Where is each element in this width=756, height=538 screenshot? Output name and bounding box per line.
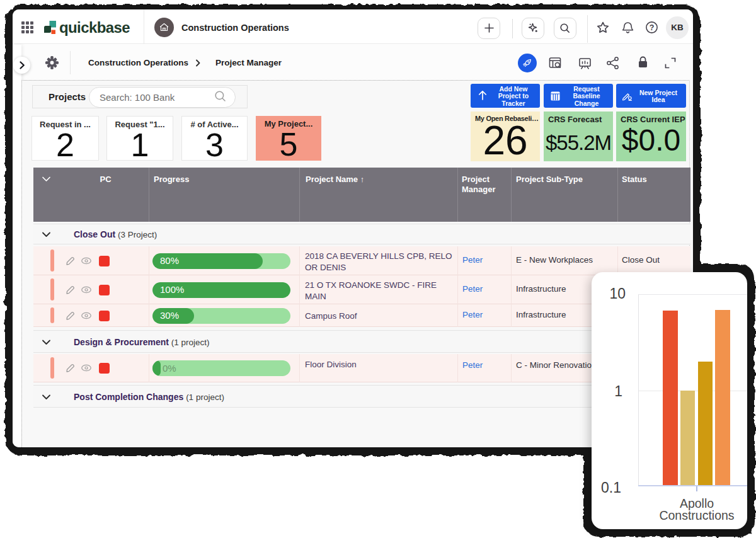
svg-text:?: ? — [650, 23, 655, 32]
